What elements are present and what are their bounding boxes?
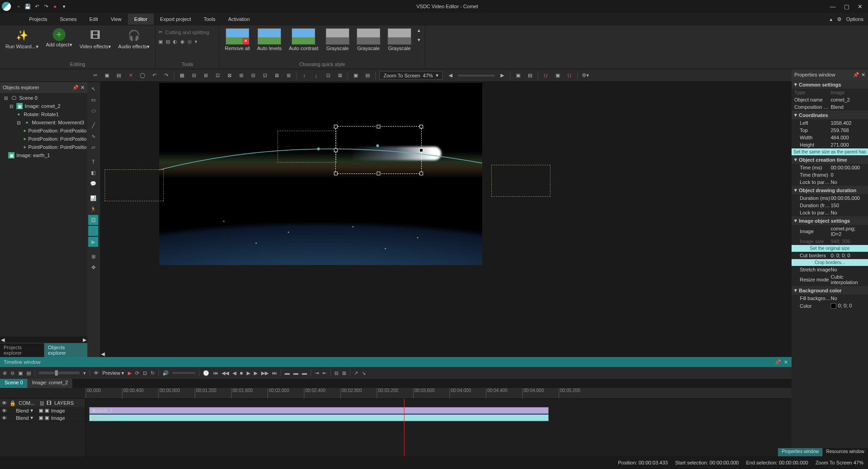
prop-stretch[interactable]: No	[831, 267, 865, 272]
step-back-icon[interactable]: ◀	[232, 370, 236, 376]
tool-btn[interactable]: ▣	[158, 39, 163, 45]
align-icon[interactable]: ▦	[178, 71, 186, 80]
zoom-slider-right[interactable]: ▶	[498, 71, 506, 80]
prop-time-ms[interactable]: 00:00:00.000	[831, 165, 865, 170]
crop-borders-button[interactable]: Crop borders...	[792, 259, 868, 266]
u-icon[interactable]: U	[565, 71, 574, 80]
track-row[interactable]: 👁 Blend▾ ▣ ▣ Image	[0, 407, 85, 414]
step-fwd-icon[interactable]: ▶	[254, 370, 257, 376]
loop-icon[interactable]: ⟳	[135, 370, 139, 376]
hscroll-left[interactable]: ◀	[101, 351, 105, 357]
timeline-tracks[interactable]: ▣ earth_1 ▣ comet_2	[86, 399, 792, 456]
minimize-button[interactable]: —	[830, 3, 836, 10]
menu-view[interactable]: View	[104, 14, 128, 25]
maximize-button[interactable]: ▢	[844, 3, 849, 10]
layer-icon[interactable]: ▤	[26, 370, 31, 376]
settings-icon[interactable]: ⚙▾	[581, 71, 590, 80]
prev-icon[interactable]: ◀◀	[222, 370, 229, 376]
skip-start-icon[interactable]: ⏮	[213, 370, 218, 376]
undo-icon[interactable]: ↶	[150, 71, 158, 80]
tree-pointpos[interactable]: ✦PointPosition: PointPositio	[1, 135, 86, 143]
clip-earth[interactable]: ▣ earth_1	[89, 407, 549, 414]
eye-icon[interactable]: 👁	[2, 415, 7, 421]
align-icon[interactable]: ⊞	[237, 71, 245, 80]
cutting-label[interactable]: Cutting and splitting	[165, 30, 209, 35]
layer-icon[interactable]: ▣	[18, 370, 23, 376]
align-icon[interactable]: ⊡	[213, 71, 222, 80]
section-imgset[interactable]: ▾Image object settings	[792, 216, 868, 225]
tab-resources[interactable]: Resources window	[823, 448, 868, 456]
preview-dropdown[interactable]: Preview ▾	[102, 370, 124, 376]
eye-icon[interactable]: 👁	[2, 408, 7, 413]
prop-time-frame[interactable]: 0	[831, 172, 865, 178]
view-icon[interactable]: ▤	[526, 71, 534, 80]
zoom-slider-left[interactable]: ◀	[446, 71, 454, 80]
next-icon[interactable]: ▶▶	[261, 370, 268, 376]
video-tool-icon[interactable]: ▶	[88, 237, 98, 247]
align-icon[interactable]: ⊡	[261, 71, 269, 80]
volume-slider[interactable]	[172, 372, 195, 374]
grayscale-button-1[interactable]: Grayscale	[323, 27, 352, 52]
skip-end-icon[interactable]: ⏭	[272, 370, 277, 376]
auto-contrast-button[interactable]: Auto contrast	[286, 27, 321, 52]
rotate-icon[interactable]: ◯	[138, 71, 146, 80]
clip-comet[interactable]: ▣ comet_2	[89, 414, 549, 421]
screen-icon[interactable]: ⊡	[143, 370, 147, 376]
section-drawing[interactable]: ▾Object drawing duration	[792, 186, 868, 194]
curve-icon[interactable]: ∿	[88, 131, 98, 141]
audio-tool-icon[interactable]: 🎵	[88, 226, 98, 236]
zoom-slider[interactable]	[39, 372, 80, 374]
grayscale-button-2[interactable]: Grayscale	[354, 27, 383, 52]
menu-activation[interactable]: Activation	[222, 14, 256, 25]
move-icon[interactable]: ✥	[88, 262, 98, 272]
close-icon[interactable]: ✕	[861, 72, 865, 78]
remove-all-button[interactable]: ✕Remove all	[222, 27, 252, 52]
close-icon[interactable]: ✕	[81, 85, 85, 91]
prop-top[interactable]: 259.768	[831, 127, 865, 133]
qat-record-icon[interactable]: ●	[51, 2, 59, 10]
play-icon[interactable]: ▶	[128, 370, 131, 376]
paste-icon[interactable]: ▤	[115, 71, 123, 80]
run-wizard-button[interactable]: ✨Run Wizard...▾	[3, 27, 41, 50]
tab-projects-explorer[interactable]: Projects explorer	[0, 343, 44, 357]
qat-dropdown-icon[interactable]: ▾	[60, 2, 68, 10]
layer-icon[interactable]: ▣	[352, 71, 360, 80]
prop-image[interactable]: comet.png; ID=2	[831, 226, 865, 237]
delete-icon[interactable]: ✕	[126, 71, 135, 80]
arrow-up-icon[interactable]: ↑	[300, 71, 308, 80]
track-row[interactable]: 👁 Blend▾ ▣ ▣ Image	[0, 414, 85, 422]
audio-effects-button[interactable]: 🎧Audio effects▾	[116, 27, 152, 50]
original-size-button[interactable]: Set the original size	[792, 245, 868, 252]
marker-icon[interactable]: ▬	[302, 370, 307, 376]
canvas-area[interactable]: ◀ ▶	[100, 82, 868, 357]
prop-lock-parent-2[interactable]: No	[831, 210, 865, 215]
split-icon[interactable]: ⊟	[334, 370, 338, 376]
in-icon[interactable]: ⇥	[315, 370, 319, 376]
menu-projects[interactable]: Projects	[23, 14, 54, 25]
prop-lock-parent[interactable]: No	[831, 179, 865, 185]
section-coords[interactable]: ▾Coordinates	[792, 111, 868, 119]
play-icon[interactable]: ▶	[247, 370, 250, 376]
tool-btn[interactable]: ◐	[173, 39, 177, 45]
split-icon[interactable]: ⊞	[342, 370, 346, 376]
tab-objects-explorer[interactable]: Objects explorer	[44, 343, 87, 357]
zoom-control[interactable]: Zoom To Screen 47% ▾	[379, 71, 443, 80]
grayscale-button-3[interactable]: Grayscale	[385, 27, 414, 52]
align-icon[interactable]: ⊞	[284, 71, 293, 80]
tree-pointpos[interactable]: ✦PointPosition: PointPositio	[1, 127, 86, 135]
volume-icon[interactable]: 🔊	[162, 370, 169, 376]
u-icon[interactable]: ▣	[554, 71, 562, 80]
same-size-button[interactable]: Set the same size as the parent has	[792, 148, 868, 155]
playhead[interactable]	[404, 399, 404, 456]
prop-resize-mode[interactable]: Cubic interpolation	[831, 274, 865, 285]
style-scroll-down[interactable]: ▾	[418, 37, 420, 43]
scroll-right-icon[interactable]: ▶	[83, 337, 86, 343]
qat-new-icon[interactable]: ▫	[15, 2, 23, 10]
tree-image-comet[interactable]: ⊟▣Image: comet_2	[1, 102, 86, 110]
prop-name[interactable]: comet_2	[831, 97, 865, 102]
close-icon[interactable]: ✕	[784, 359, 788, 365]
line-icon[interactable]: ╱	[88, 120, 98, 130]
selection-box[interactable]	[335, 126, 422, 174]
tree-scene[interactable]: ⊟🖵Scene 0	[1, 94, 86, 102]
scroll-left-icon[interactable]: ◀	[1, 337, 5, 343]
